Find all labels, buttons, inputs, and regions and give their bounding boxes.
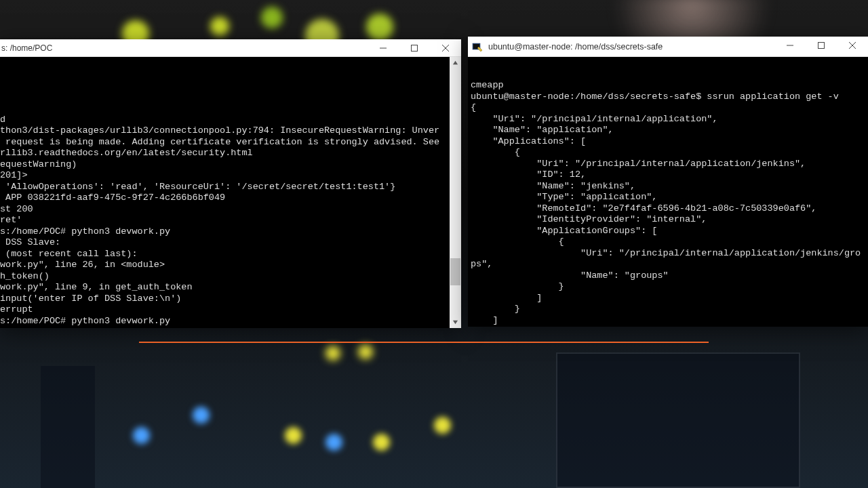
- titlebar-right[interactable]: ubuntu@master-node: /home/dss/secrets-sa…: [468, 37, 868, 57]
- svg-rect-9: [818, 43, 825, 49]
- terminal-output-right[interactable]: cmeapp ubuntu@master-node:/home/dss/secr…: [468, 57, 868, 327]
- maximize-button[interactable]: [806, 37, 837, 54]
- maximize-button[interactable]: [399, 39, 430, 57]
- scroll-up-icon[interactable]: [450, 57, 461, 68]
- minimize-button[interactable]: [774, 37, 806, 54]
- close-button[interactable]: [837, 37, 868, 54]
- orange-separator-line: [139, 342, 709, 343]
- svg-marker-4: [453, 61, 458, 64]
- putty-icon: [472, 41, 483, 52]
- minimize-button[interactable]: [368, 39, 399, 57]
- terminal-window-right: ubuntu@master-node: /home/dss/secrets-sa…: [468, 37, 868, 327]
- scroll-thumb-left[interactable]: [450, 258, 460, 285]
- close-button[interactable]: [430, 39, 461, 57]
- window-title-right: ubuntu@master-node: /home/dss/secrets-sa…: [487, 42, 774, 52]
- window-title-left: s: /home/POC: [0, 43, 368, 53]
- scroll-down-icon[interactable]: [450, 317, 461, 328]
- svg-marker-5: [453, 321, 458, 324]
- terminal-output-left[interactable]: d thon3/dist-packages/urllib3/connection…: [0, 57, 461, 328]
- titlebar-left[interactable]: s: /home/POC: [0, 39, 461, 57]
- terminal-window-left: s: /home/POC d thon3/dist-packages/urlli…: [0, 39, 461, 328]
- scrollbar-left[interactable]: [450, 57, 461, 328]
- svg-rect-1: [412, 45, 418, 52]
